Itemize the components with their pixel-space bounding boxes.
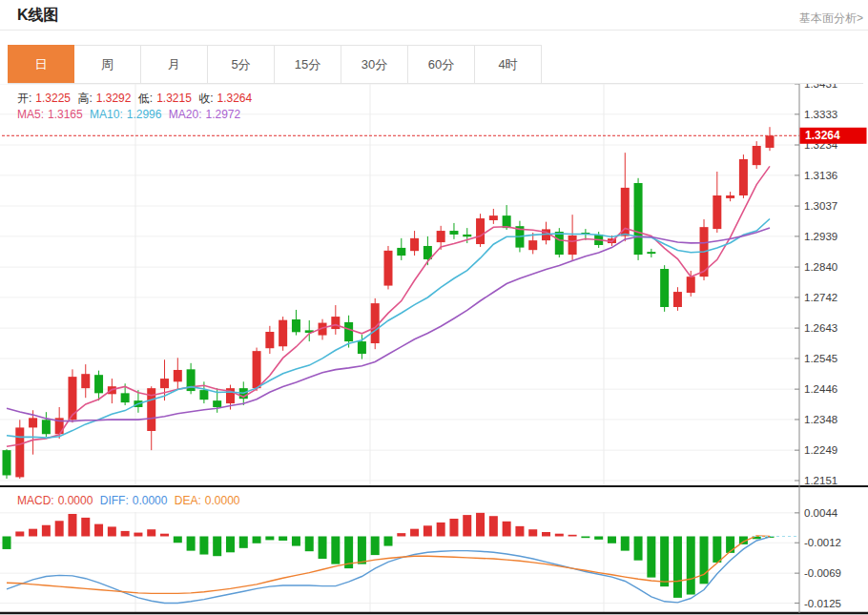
candle[interactable] (449, 231, 458, 235)
candle[interactable] (174, 370, 182, 381)
candle[interactable] (753, 146, 761, 165)
macd-bar[interactable] (29, 529, 37, 537)
candle[interactable] (634, 183, 643, 255)
tab-周[interactable]: 周 (74, 45, 141, 83)
macd-bar[interactable] (660, 537, 669, 587)
macd-bar[interactable] (292, 537, 300, 546)
candle[interactable] (292, 319, 300, 332)
macd-bar[interactable] (121, 531, 130, 537)
macd-bar[interactable] (42, 525, 51, 537)
candle[interactable] (160, 379, 169, 388)
candle[interactable] (344, 322, 353, 341)
macd-bar[interactable] (253, 537, 261, 543)
macd-bar[interactable] (55, 521, 64, 536)
macd-bar[interactable] (319, 537, 327, 560)
macd-bar[interactable] (331, 537, 340, 564)
candle[interactable] (383, 251, 392, 286)
macd-bar[interactable] (147, 529, 155, 536)
tab-5分[interactable]: 5分 (208, 45, 275, 83)
fundamental-analysis-link[interactable]: 基本面分析> (799, 10, 863, 27)
macd-bar[interactable] (187, 537, 196, 551)
candle[interactable] (726, 195, 734, 198)
macd-bar[interactable] (3, 537, 11, 549)
candle[interactable] (253, 351, 261, 388)
macd-bar[interactable] (726, 537, 734, 553)
tab-月[interactable]: 月 (141, 45, 208, 83)
candle[interactable] (121, 393, 130, 402)
macd-bar[interactable] (160, 534, 169, 537)
macd-bar[interactable] (608, 537, 616, 543)
candle[interactable] (279, 320, 287, 347)
candle[interactable] (647, 252, 655, 254)
macd-bar[interactable] (199, 537, 208, 555)
macd-bar[interactable] (134, 533, 142, 537)
macd-bar[interactable] (568, 535, 577, 537)
macd-bar[interactable] (383, 537, 392, 546)
macd-bar[interactable] (687, 537, 695, 595)
candle[interactable] (673, 292, 682, 307)
macd-bar[interactable] (437, 523, 445, 537)
tab-15分[interactable]: 15分 (275, 45, 341, 83)
macd-bar[interactable] (239, 537, 248, 548)
candle[interactable] (42, 420, 51, 434)
macd-bar[interactable] (700, 537, 709, 584)
candle[interactable] (555, 232, 564, 255)
kline-chart[interactable]: 1.34311.33331.32341.31361.30371.29391.28… (0, 84, 868, 615)
macd-bar[interactable] (358, 537, 366, 564)
macd-bar[interactable] (410, 529, 419, 537)
macd-bar[interactable] (15, 531, 24, 536)
candle[interactable] (213, 400, 221, 407)
macd-bar[interactable] (621, 537, 630, 551)
macd-bar[interactable] (581, 537, 589, 539)
candle[interactable] (81, 374, 90, 388)
candle[interactable] (410, 238, 419, 251)
candle[interactable] (528, 240, 537, 250)
macd-bar[interactable] (81, 518, 90, 537)
macd-bar[interactable] (94, 524, 103, 537)
macd-bar[interactable] (371, 537, 380, 556)
tab-4时[interactable]: 4时 (475, 45, 542, 83)
macd-bar[interactable] (713, 537, 721, 563)
candle[interactable] (15, 427, 24, 477)
tab-60分[interactable]: 60分 (408, 45, 475, 83)
candle[interactable] (765, 135, 774, 148)
macd-bar[interactable] (449, 519, 458, 536)
candle[interactable] (489, 215, 498, 220)
macd-bar[interactable] (265, 537, 274, 541)
candle[interactable] (713, 195, 721, 229)
macd-bar[interactable] (213, 537, 221, 557)
macd-bar[interactable] (279, 537, 287, 541)
candle[interactable] (397, 248, 405, 256)
candle[interactable] (476, 218, 485, 244)
candle[interactable] (568, 236, 577, 255)
candle[interactable] (199, 390, 208, 400)
macd-bar[interactable] (489, 516, 498, 536)
kline-chart-svg[interactable]: 1.34311.33331.32341.31361.30371.29391.28… (0, 84, 868, 615)
macd-bar[interactable] (226, 537, 235, 553)
candle[interactable] (660, 269, 669, 307)
candle[interactable] (437, 231, 445, 242)
candle[interactable] (463, 235, 471, 236)
candle[interactable] (687, 277, 695, 293)
candle[interactable] (331, 317, 340, 329)
candle[interactable] (3, 450, 11, 475)
macd-bar[interactable] (424, 525, 432, 536)
macd-bar[interactable] (594, 537, 603, 540)
candle[interactable] (265, 332, 274, 348)
macd-bar[interactable] (503, 522, 511, 537)
macd-bar[interactable] (108, 526, 116, 536)
macd-bar[interactable] (476, 513, 485, 537)
tab-日[interactable]: 日 (8, 45, 74, 83)
macd-bar[interactable] (463, 515, 471, 536)
macd-bar[interactable] (397, 533, 405, 536)
macd-bar[interactable] (515, 526, 524, 537)
macd-bar[interactable] (542, 532, 550, 536)
tab-30分[interactable]: 30分 (341, 45, 408, 83)
macd-bar[interactable] (634, 537, 643, 561)
macd-bar[interactable] (305, 537, 314, 552)
candle[interactable] (94, 375, 103, 393)
candle[interactable] (358, 341, 366, 354)
macd-bar[interactable] (647, 537, 655, 578)
macd-bar[interactable] (174, 537, 182, 543)
macd-bar[interactable] (673, 537, 682, 598)
